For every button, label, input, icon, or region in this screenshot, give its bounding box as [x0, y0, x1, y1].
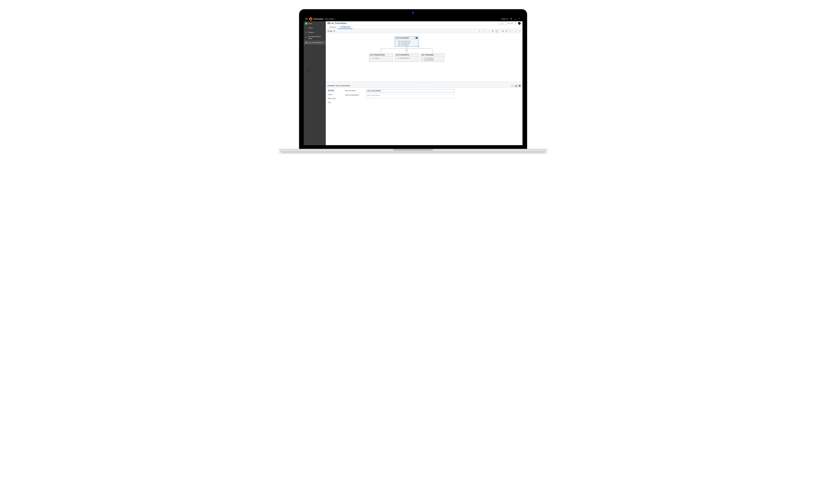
panel-splitter[interactable]: • • • [326, 82, 523, 84]
add-sibling-handle[interactable]: + [418, 46, 419, 48]
sidebar-item-label: New... [308, 22, 313, 24]
design-toolbar: Design i + 🗑 ✂ ⧉ 📋 ⊕ ⊖ ⤢ [326, 29, 523, 33]
asset-titlebar: rule_ProductStatus Save ⟲ ✔ ⋮ × [326, 21, 523, 25]
node-field[interactable]: In_Launchdate [422, 57, 443, 59]
info-icon[interactable]: i [350, 85, 351, 86]
node-field[interactable]: In_ContactNumber [396, 57, 417, 59]
help-icon[interactable]: ? [519, 18, 520, 20]
design-canvas[interactable]: rule_ProductDetail rule_ProductCountry r… [326, 33, 523, 82]
node-title: rule_ProductCountry [370, 54, 385, 56]
node-parent[interactable]: rule_ProductDetail rule_ProductCountry r… [395, 37, 419, 47]
properties-title: Properties: rule_ProductDetail [328, 85, 350, 86]
user-icon[interactable]: ☺ [514, 18, 516, 20]
home-icon: ⌂ [305, 27, 307, 29]
node-field[interactable]: rule_ProductDate [396, 44, 417, 46]
prop-tab-inputs[interactable]: Inputs [328, 93, 341, 96]
copy-icon[interactable]: ⧉ [492, 30, 493, 33]
zoom-out-icon[interactable]: ⊖ [506, 30, 508, 33]
node-field[interactable]: rule_ProductCountry [396, 40, 417, 42]
tab-configuration[interactable]: Configuration [338, 25, 353, 29]
flag-icon[interactable]: ⚑ [510, 18, 512, 20]
kebab-menu-icon[interactable]: ⋮ [514, 22, 517, 24]
sidebar-item-label: Explore [308, 32, 314, 33]
laptop-notch [393, 149, 433, 151]
node-field[interactable]: rule_ProductPhone [396, 42, 417, 44]
pane-max-icon[interactable] [519, 85, 521, 87]
prop-tab-test[interactable]: Test [328, 102, 341, 104]
paste-icon[interactable]: 📋 [495, 30, 498, 33]
chevron-down-icon: ▾ [335, 18, 335, 20]
node-child[interactable]: rule_ProductPhone In_ContactNumber [395, 53, 419, 62]
info-icon[interactable]: i [334, 30, 335, 32]
properties-header: Properties: rule_ProductDetail i [326, 84, 523, 88]
chevron-down-icon: ▾ [507, 18, 508, 20]
module-switcher[interactable]: Data Quality▾ [324, 18, 335, 20]
sidebar-item-new[interactable]: + New... [304, 21, 326, 26]
close-icon[interactable]: × [518, 22, 521, 24]
fit-icon[interactable]: ⤢ [510, 30, 511, 33]
validate-icon[interactable]: ✔ [511, 22, 513, 24]
add-icon[interactable]: + [479, 30, 480, 33]
name-field-label: Rule set name:* [345, 89, 364, 91]
sidebar-item-explore[interactable]: 🗀 Explore [304, 30, 326, 35]
pane-half-icon[interactable] [515, 85, 517, 87]
collapse-icon[interactable]: ⊟ [519, 30, 521, 33]
sub-tabs: Definition Configuration [326, 25, 523, 29]
tab-definition[interactable]: Definition [328, 25, 338, 29]
prop-tab-rule-logic[interactable]: Rule Logic [328, 98, 341, 100]
brand-logo-icon [308, 17, 313, 21]
add-child-handle[interactable]: + [406, 49, 408, 51]
ruleset-description-input[interactable]: Enter description... [366, 94, 455, 99]
delete-icon[interactable]: 🗑 [482, 30, 484, 33]
user-menu[interactable]: Helen ▾ [501, 18, 508, 20]
cut-icon[interactable]: ✂ [488, 30, 490, 33]
sidebar-item-label: Home [308, 27, 313, 29]
sidebar-item-home[interactable]: ⌂ Home [304, 26, 326, 30]
node-menu-icon[interactable] [416, 37, 417, 39]
main-panel: rule_ProductStatus Save ⟲ ✔ ⋮ × Definiti… [326, 21, 523, 145]
sidebar-item-label: rule_ProductStatus [308, 42, 322, 44]
design-label: Design [328, 30, 333, 32]
node-field[interactable]: In_Country [370, 57, 392, 59]
folder-icon: 🗀 [305, 31, 307, 34]
prop-tab-general[interactable]: General [328, 89, 334, 91]
history-icon[interactable]: ⟲ [508, 22, 510, 24]
plus-icon: + [305, 22, 307, 24]
close-tab-icon[interactable]: × [323, 42, 324, 44]
app-header: Informatica Data Quality▾ Helen ▾ ⚑ ☺ ? [304, 16, 523, 21]
zoom-in-icon[interactable]: ⊕ [502, 30, 504, 33]
expand-icon[interactable]: ⊞ [515, 30, 517, 33]
node-title: rule_ProductDate [422, 54, 434, 56]
mouse-cursor-icon: ➤ [308, 70, 309, 72]
menu-icon[interactable] [305, 18, 308, 20]
brand-name: Informatica [314, 18, 323, 20]
node-title: rule_ProductPhone [396, 54, 409, 56]
node-child[interactable]: rule_ProductCountry In_Country [369, 53, 393, 62]
sidebar-item-label: My Import/Export Logs [308, 36, 324, 39]
desc-field-label: Rule set description: [345, 94, 364, 96]
ruleset-name-input[interactable] [366, 89, 455, 92]
node-minimize-icon[interactable] [414, 37, 415, 39]
node-title: rule_ProductDetail [396, 37, 409, 39]
rule-spec-icon [328, 22, 330, 24]
document-icon: 🗎 [305, 37, 307, 39]
properties-panel: General Inputs Rule Logic Test Rule set … [326, 88, 523, 145]
sidebar: + New... ⌂ Home 🗀 Explore 🗎 My Import/Ex… [304, 21, 326, 145]
sidebar-item-rule[interactable]: rule_ProductStatus × [304, 41, 326, 45]
rule-spec-icon [305, 42, 307, 44]
asset-title: rule_ProductStatus [331, 22, 347, 24]
node-field[interactable]: In_Renewaldate [422, 59, 443, 61]
camera-lens [412, 12, 414, 14]
sidebar-item-logs[interactable]: 🗎 My Import/Export Logs [304, 35, 326, 41]
pane-min-icon[interactable] [512, 85, 514, 87]
node-child[interactable]: rule_ProductDate In_Launchdate In_Renewa… [420, 53, 445, 62]
save-button[interactable]: Save [498, 22, 506, 25]
